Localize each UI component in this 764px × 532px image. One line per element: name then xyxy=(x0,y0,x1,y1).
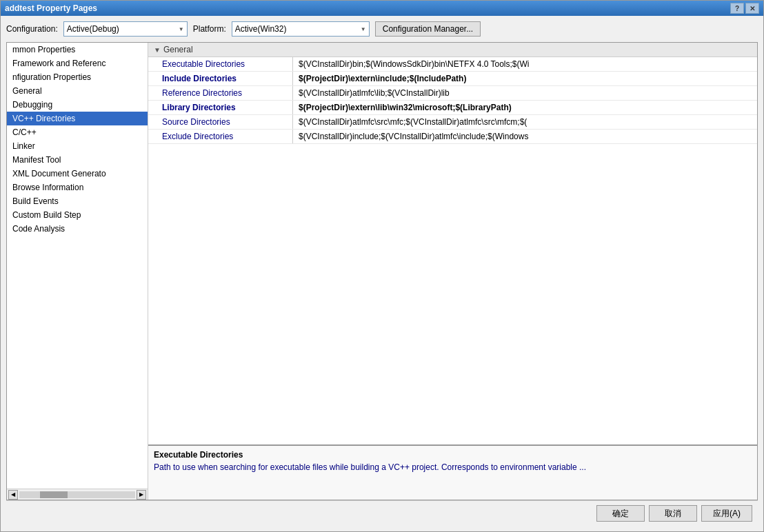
configuration-dropdown[interactable]: Active(Debug) ▼ xyxy=(63,21,188,37)
sidebar-item-framework-reference[interactable]: Framework and Referenc xyxy=(7,57,148,70)
sidebar-item-custom-build-step[interactable]: Custom Build Step xyxy=(7,208,148,222)
sidebar-item-common-properties[interactable]: mmon Properties xyxy=(7,43,148,57)
property-row-exclude-directories[interactable]: Exclude Directories$(VCInstallDir)includ… xyxy=(148,130,757,144)
sidebar-item-configuration-properties[interactable]: nfiguration Properties xyxy=(7,70,148,84)
apply-button[interactable]: 应用(A) xyxy=(701,505,752,522)
right-panel: ▼ General Executable Directories$(VCInst… xyxy=(148,43,757,500)
property-row-source-directories[interactable]: Source Directories$(VCInstallDir)atlmfc\… xyxy=(148,115,757,130)
sidebar-item-vc-directories[interactable]: VC++ Directories xyxy=(7,112,148,125)
scroll-left-button[interactable]: ◀ xyxy=(8,490,18,500)
bottom-buttons: 确定 取消 应用(A) xyxy=(6,500,758,526)
info-panel: Executable Directories Path to use when … xyxy=(148,444,757,500)
title-bar-buttons: ? ✕ xyxy=(730,3,759,14)
info-panel-text: Path to use when searching for executabl… xyxy=(154,462,752,472)
sidebar-item-linker[interactable]: Linker xyxy=(7,139,148,153)
sidebar-item-manifest-tool[interactable]: Manifest Tool xyxy=(7,153,148,167)
prop-value-reference-directories: $(VCInstallDir)atlmfc\lib;$(VCInstallDir… xyxy=(293,86,757,100)
help-button[interactable]: ? xyxy=(730,3,744,14)
prop-value-include-directories: $(ProjectDir)\extern\include;$(IncludePa… xyxy=(293,72,757,85)
window-title: addtest Property Pages xyxy=(5,3,97,13)
prop-name-library-directories: Library Directories xyxy=(148,101,293,114)
scroll-thumb xyxy=(40,491,68,498)
property-area: ▼ General Executable Directories$(VCInst… xyxy=(148,43,757,444)
prop-name-reference-directories: Reference Directories xyxy=(148,86,293,100)
title-bar: addtest Property Pages ? ✕ xyxy=(1,1,763,16)
platform-value: Active(Win32) xyxy=(235,24,287,34)
main-area: mmon PropertiesFramework and Referencnfi… xyxy=(6,42,758,500)
cancel-button[interactable]: 取消 xyxy=(649,505,697,522)
property-row-executable-directories[interactable]: Executable Directories$(VCInstallDir)bin… xyxy=(148,57,757,72)
prop-name-source-directories: Source Directories xyxy=(148,115,293,129)
sidebar-item-general[interactable]: General xyxy=(7,84,148,98)
property-row-include-directories[interactable]: Include Directories$(ProjectDir)\extern\… xyxy=(148,72,757,86)
section-header: ▼ General xyxy=(148,43,757,57)
sidebar-item-build-events[interactable]: Build Events xyxy=(7,194,148,208)
scroll-right-button[interactable]: ▶ xyxy=(137,490,146,500)
platform-dropdown[interactable]: Active(Win32) ▼ xyxy=(232,21,370,37)
horizontal-scrollbar[interactable]: ◀ ▶ xyxy=(7,489,148,500)
left-panel: mmon PropertiesFramework and Referencnfi… xyxy=(7,43,148,500)
collapse-icon[interactable]: ▼ xyxy=(154,46,161,54)
configuration-label: Configuration: xyxy=(6,24,58,34)
scroll-track xyxy=(19,491,135,498)
confirm-button[interactable]: 确定 xyxy=(596,505,645,522)
platform-arrow-icon: ▼ xyxy=(361,26,366,32)
configuration-value: Active(Debug) xyxy=(67,24,119,34)
property-row-reference-directories[interactable]: Reference Directories$(VCInstallDir)atlm… xyxy=(148,86,757,101)
prop-value-executable-directories: $(VCInstallDir)bin;$(WindowsSdkDir)bin\N… xyxy=(293,57,757,71)
top-bar: Configuration: Active(Debug) ▼ Platform:… xyxy=(6,21,758,37)
prop-name-exclude-directories: Exclude Directories xyxy=(148,130,293,143)
prop-name-executable-directories: Executable Directories xyxy=(148,57,293,71)
sidebar-item-cpp[interactable]: C/C++ xyxy=(7,125,148,139)
info-panel-title: Executable Directories xyxy=(154,450,752,460)
prop-value-source-directories: $(VCInstallDir)atlmfc\src\mfc;$(VCInstal… xyxy=(293,115,757,129)
sidebar-item-browse-information[interactable]: Browse Information xyxy=(7,181,148,194)
sidebar-item-debugging[interactable]: Debugging xyxy=(7,98,148,112)
property-rows-container: Executable Directories$(VCInstallDir)bin… xyxy=(148,57,757,144)
sidebar-item-xml-document[interactable]: XML Document Generato xyxy=(7,167,148,181)
sidebar-item-code-analysis[interactable]: Code Analysis xyxy=(7,222,148,236)
main-window: addtest Property Pages ? ✕ Configuration… xyxy=(0,0,764,532)
prop-name-include-directories: Include Directories xyxy=(148,72,293,85)
configuration-arrow-icon: ▼ xyxy=(179,26,184,32)
close-button[interactable]: ✕ xyxy=(745,3,759,14)
sidebar-items-container: mmon PropertiesFramework and Referencnfi… xyxy=(7,43,148,236)
prop-value-exclude-directories: $(VCInstallDir)include;$(VCInstallDir)at… xyxy=(293,130,757,143)
prop-value-library-directories: $(ProjectDir)\extern\lib\win32\microsoft… xyxy=(293,101,757,114)
platform-label: Platform: xyxy=(193,24,226,34)
dialog-content: Configuration: Active(Debug) ▼ Platform:… xyxy=(1,16,763,531)
property-row-library-directories[interactable]: Library Directories$(ProjectDir)\extern\… xyxy=(148,101,757,115)
section-title: General xyxy=(163,45,193,54)
config-manager-button[interactable]: Configuration Manager... xyxy=(375,21,481,37)
